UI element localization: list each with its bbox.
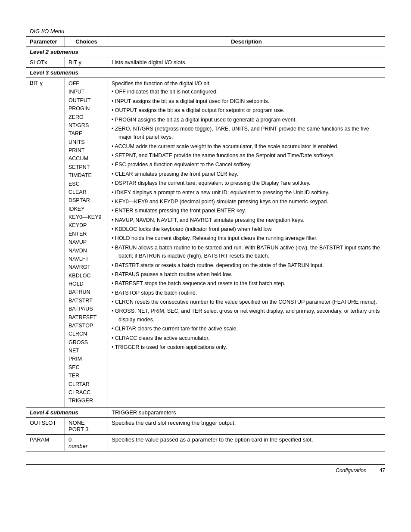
list-item: BATPAUS pauses a batch routine when held…	[112, 271, 381, 279]
list-item: BATSTRT starts or resets a batch routine…	[112, 261, 381, 270]
outslot-description: Specifies the card slot receiving the tr…	[108, 417, 385, 434]
list-item: INPUT assigns the bit as a digital input…	[112, 97, 381, 106]
param-param: PARAM	[26, 434, 65, 451]
list-item: SETPNT, and TIMDATE provide the same fun…	[112, 152, 381, 160]
list-item: TRIGGER is used for custom applications …	[112, 343, 381, 352]
list-item: OUTPUT assigns the bit as a digital outp…	[112, 106, 381, 115]
param-choices-italic: number	[68, 443, 87, 449]
level3-header: Level 3 submenus	[26, 68, 385, 78]
level2-choices: BIT y	[65, 57, 108, 68]
level3-bullet-list: OFF indicates that the bit is not config…	[112, 88, 381, 352]
list-item: IDKEY displays a prompt to enter a new u…	[112, 189, 381, 197]
param-description: Specifies the value passed as a paramete…	[108, 434, 385, 451]
list-item: CLRTAR clears the current tare for the a…	[112, 325, 381, 333]
list-item: ESC provides a function equivalent to th…	[112, 161, 381, 169]
level2-param: SLOTx	[26, 57, 65, 68]
level3-description: Specifies the function of the digital I/…	[108, 78, 385, 408]
list-item: KBDLOC locks the keyboard (indicator fro…	[112, 225, 381, 233]
list-item: KEY0—KEY9 and KEYDP (decimal point) simu…	[112, 198, 381, 206]
list-item: HOLD holds the current display. Releasin…	[112, 234, 381, 243]
outslot-choices: NONEPORT 3	[65, 417, 108, 434]
param-choices: 0number	[65, 434, 108, 451]
main-table: DIG I/O Menu Parameter Choices Descripti…	[26, 26, 385, 451]
list-item: BATRESET stops the batch sequence and re…	[112, 280, 381, 288]
list-item: CLEAR simulates pressing the front panel…	[112, 170, 381, 178]
header-description: Description	[108, 37, 385, 47]
list-item: PROGIN assigns the bit as a digital inpu…	[112, 116, 381, 124]
page-container: DIG I/O Menu Parameter Choices Descripti…	[26, 26, 385, 473]
list-item: BATRUN allows a batch routine to be star…	[112, 244, 381, 261]
list-item: ACCUM adds the current scale weight to t…	[112, 143, 381, 151]
table-title: DIG I/O Menu	[26, 26, 385, 37]
list-item: BATSTOP stops the batch routine.	[112, 289, 381, 297]
list-item: OFF indicates that the bit is not config…	[112, 88, 381, 96]
list-item: ENTER simulates pressing the front panel…	[112, 207, 381, 215]
footer-section: Configuration	[336, 467, 366, 473]
list-item: GROSS, NET, PRIM, SEC, and TER select gr…	[112, 307, 381, 324]
level2-description: Lists available digital I/O slots.	[108, 57, 385, 68]
list-item: NAVUP, NAVDN, NAVLFT, and NAVRGT simulat…	[112, 216, 381, 224]
list-item: CLRCN resets the consecutive number to t…	[112, 298, 381, 306]
footer-page: 47	[380, 467, 385, 473]
list-item: ZERO, NT/GRS (net/gross mode toggle), TA…	[112, 125, 381, 142]
list-item: DSPTAR displays the current tare; equiva…	[112, 179, 381, 187]
outslot-param: OUTSLOT	[26, 417, 65, 434]
header-choices: Choices	[65, 37, 108, 47]
header-parameter: Parameter	[26, 37, 65, 47]
level3-desc-intro: Specifies the function of the digital I/…	[112, 81, 211, 87]
footer: Configuration 47	[26, 464, 385, 473]
list-item: CLRACC clears the active accumulator.	[112, 334, 381, 342]
level4-header: Level 4 submenus	[26, 407, 108, 417]
level4-header-desc: TRIGGER subparameters	[108, 407, 385, 417]
level3-param: BIT y	[26, 78, 65, 408]
level3-choices: OFFINPUTOUTPUTPROGINZERONT/GRSTAREUNITSP…	[65, 78, 108, 408]
level2-header: Level 2 submenus	[26, 47, 385, 57]
